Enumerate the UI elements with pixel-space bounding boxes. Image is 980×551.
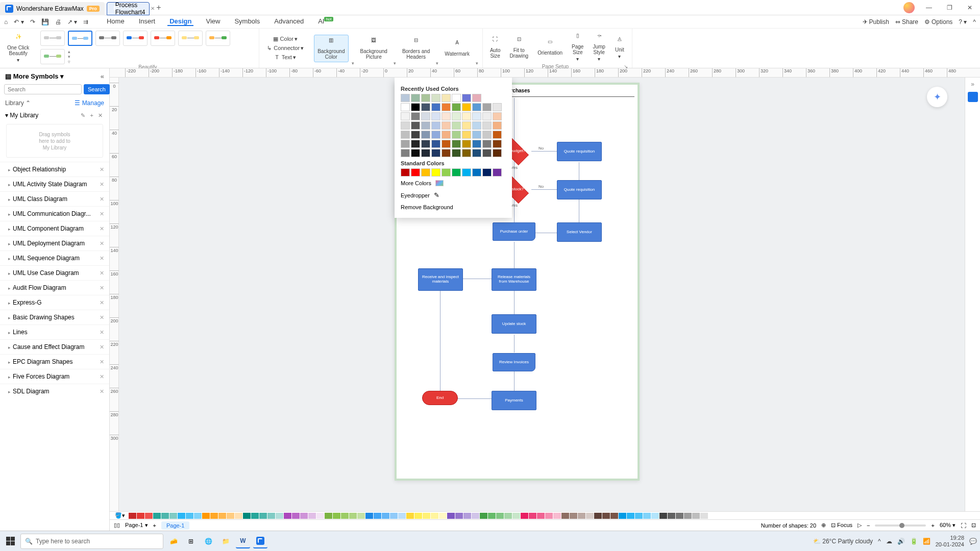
canvas[interactable]: Purchases [119, 78, 965, 511]
presentation-icon[interactable]: ⊕ [821, 522, 826, 529]
tab-insert[interactable]: Insert [137, 17, 158, 26]
strip-swatch[interactable] [357, 513, 365, 519]
style-thumb-2[interactable] [68, 31, 92, 46]
manage-library-button[interactable]: ☰ Manage [75, 99, 104, 107]
connector[interactable] [514, 335, 514, 353]
category-close-icon[interactable]: ✕ [100, 344, 104, 350]
color-swatch[interactable] [452, 131, 461, 139]
color-swatch[interactable] [411, 168, 420, 177]
document-tab[interactable]: Process Flowchart4 ✕ [107, 2, 150, 15]
symbol-drop-zone[interactable]: Drag symbols here to add to My Library [6, 124, 103, 158]
strip-swatch[interactable] [398, 513, 406, 519]
strip-swatch[interactable] [439, 513, 447, 519]
color-swatch[interactable] [462, 168, 471, 177]
ai-assistant-orb[interactable] [927, 87, 947, 107]
color-swatch[interactable] [482, 121, 492, 130]
strip-swatch[interactable] [431, 513, 438, 519]
strip-swatch[interactable] [161, 513, 169, 519]
strip-swatch[interactable] [578, 513, 585, 519]
color-swatch[interactable] [482, 168, 492, 177]
tab-symbols[interactable]: Symbols [232, 17, 262, 26]
color-swatch[interactable] [411, 140, 420, 148]
strip-swatch[interactable] [243, 513, 251, 519]
terminator-end[interactable]: End [422, 391, 458, 405]
category-close-icon[interactable]: ✕ [100, 299, 104, 306]
style-scroll-up[interactable]: ▴ [68, 49, 70, 54]
help-button[interactable]: ? ▾ [959, 18, 967, 26]
color-swatch[interactable] [411, 94, 420, 102]
page-size-button[interactable]: ▯Page Size ▾ [569, 31, 586, 64]
strip-swatch[interactable] [553, 513, 561, 519]
strip-swatch[interactable] [529, 513, 536, 519]
color-swatch[interactable] [442, 112, 451, 120]
strip-swatch[interactable] [561, 513, 569, 519]
color-swatch[interactable] [411, 121, 420, 130]
connector-dropdown[interactable]: ↳Connector ▾ [263, 44, 306, 53]
orientation-button[interactable]: ▭Orientation [534, 37, 566, 58]
minimize-button[interactable]: — [919, 0, 939, 15]
process-receive-inspect[interactable]: Receive and inspect materials [418, 268, 463, 291]
tray-battery-icon[interactable]: 🔋 [910, 538, 918, 545]
undo-button[interactable]: ↶ ▾ [14, 18, 23, 26]
connector[interactable] [579, 199, 579, 225]
bgcolor-arrow[interactable]: ▾ [352, 61, 354, 66]
strip-swatch[interactable] [496, 513, 504, 519]
color-swatch[interactable] [472, 140, 481, 148]
color-swatch[interactable] [452, 121, 461, 130]
color-swatch[interactable] [442, 94, 451, 102]
color-swatch[interactable] [431, 131, 440, 139]
color-swatch[interactable] [472, 121, 481, 130]
symbol-category[interactable]: ▸UML Communication Diagr...✕ [0, 206, 109, 221]
category-close-icon[interactable]: ✕ [100, 226, 104, 232]
symbol-category[interactable]: ▸UML Sequence Diagram✕ [0, 251, 109, 265]
color-swatch[interactable] [401, 168, 410, 177]
connector[interactable] [440, 289, 440, 398]
strip-swatch[interactable] [586, 513, 594, 519]
strip-swatch[interactable] [341, 513, 349, 519]
style-thumb-1[interactable] [40, 31, 65, 46]
strip-swatch[interactable] [251, 513, 259, 519]
symbol-category[interactable]: ▸UML Use Case Diagram✕ [0, 265, 109, 280]
category-close-icon[interactable]: ✕ [100, 359, 104, 365]
connector[interactable] [514, 98, 514, 146]
strip-swatch[interactable] [463, 513, 471, 519]
symbol-category[interactable]: ▸SDL Diagram✕ [0, 384, 109, 398]
watermark-arrow[interactable]: ▾ [476, 61, 478, 66]
color-swatch[interactable] [431, 149, 440, 157]
start-button[interactable] [3, 534, 17, 548]
home-icon[interactable]: ⌂ [4, 18, 8, 26]
strip-swatch[interactable] [178, 513, 185, 519]
strip-swatch[interactable] [423, 513, 430, 519]
color-swatch[interactable] [452, 103, 461, 111]
strip-swatch[interactable] [284, 513, 291, 519]
category-close-icon[interactable]: ✕ [100, 314, 104, 321]
eyedropper-item[interactable]: Eyedropper✎ [401, 189, 506, 202]
color-swatch[interactable] [411, 131, 420, 139]
strip-swatch[interactable] [267, 513, 275, 519]
add-page-button[interactable]: + [153, 522, 156, 529]
color-swatch[interactable] [472, 103, 481, 111]
process-select-vendor[interactable]: Select Vendor [557, 222, 602, 242]
connector[interactable] [531, 151, 557, 152]
color-swatch[interactable] [493, 103, 502, 111]
bgpic-arrow[interactable]: ▾ [394, 61, 396, 66]
color-swatch[interactable] [401, 121, 410, 130]
close-window-button[interactable]: ✕ [960, 0, 980, 15]
color-swatch[interactable] [482, 140, 492, 148]
strip-swatch[interactable] [659, 513, 667, 519]
text-dropdown[interactable]: TText ▾ [272, 53, 298, 62]
strip-swatch[interactable] [202, 513, 210, 519]
right-panel-expand[interactable]: » [971, 81, 974, 88]
one-click-beautify[interactable]: ✨One Click Beautify ▾ [4, 32, 32, 65]
style-thumb-5[interactable] [151, 31, 175, 46]
strip-swatch[interactable] [316, 513, 324, 519]
category-close-icon[interactable]: ✕ [100, 329, 104, 336]
taskbar-news-icon[interactable]: 🧀 [166, 534, 181, 548]
mylib-add-icon[interactable]: + [90, 112, 95, 118]
color-swatch[interactable] [442, 131, 451, 139]
color-swatch[interactable] [401, 140, 410, 148]
color-swatch[interactable] [431, 121, 440, 130]
style-thumb-8[interactable] [40, 49, 65, 64]
color-swatch[interactable] [462, 94, 471, 102]
color-swatch[interactable] [462, 131, 471, 139]
